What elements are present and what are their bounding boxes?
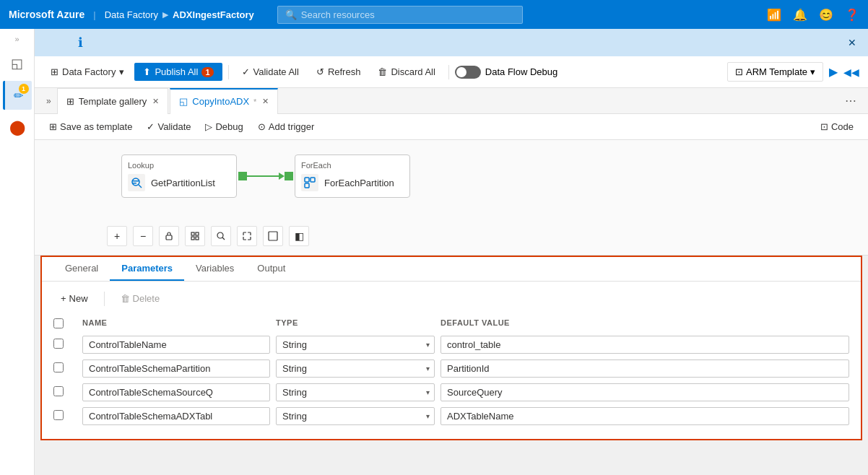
sub-toolbar: ⊞ Save as template ✓ Validate ▷ Debug ⊙ … — [35, 114, 868, 140]
row-3-type-select-wrap: String ▾ — [276, 407, 435, 425]
row-2-default-input[interactable] — [440, 383, 849, 401]
select-all-checkbox[interactable] — [53, 318, 64, 328]
sidebar-expand-icon[interactable]: » — [14, 35, 19, 43]
tab-template-gallery-close[interactable]: ✕ — [152, 97, 159, 106]
search-input[interactable] — [301, 9, 515, 20]
delete-icon: 🗑 — [121, 293, 130, 304]
canvas-expand[interactable] — [237, 226, 257, 246]
tab-variables[interactable]: Variables — [184, 257, 246, 281]
canvas-split[interactable]: ◧ — [289, 226, 309, 246]
canvas-zoom-in[interactable]: + — [107, 226, 127, 246]
data-factory-button[interactable]: ⊞ Data Factory ▾ — [43, 63, 131, 81]
discard-all-button[interactable]: 🗑 Discard All — [370, 63, 442, 81]
help-icon[interactable]: ❓ — [845, 8, 859, 22]
code-button[interactable]: ⊡ Code — [815, 118, 859, 135]
row-2-name-input[interactable] — [82, 383, 270, 401]
publish-all-label: Publish All — [155, 66, 198, 77]
publish-all-button[interactable]: ⬆ Publish All 1 — [134, 63, 222, 81]
row-0-type-select[interactable]: String — [277, 336, 422, 353]
tab-output[interactable]: Output — [246, 257, 297, 281]
svg-rect-6 — [305, 183, 309, 188]
tab-template-gallery[interactable]: ⊞ Template gallery ✕ — [57, 88, 169, 114]
save-as-template-button[interactable]: ⊞ Save as template — [43, 118, 138, 135]
param-row-1: String ▾ — [53, 359, 849, 378]
collapse-icon[interactable]: ◀◀ — [843, 66, 859, 78]
lookup-activity-box[interactable]: Lookup GetPartitionList — [121, 154, 237, 198]
add-trigger-button[interactable]: ⊙ Add trigger — [252, 118, 321, 135]
row-1-type-select-wrap: String ▾ — [276, 359, 435, 378]
row-1-default-input[interactable] — [440, 359, 849, 378]
validate-all-button[interactable]: ✓ Validate All — [235, 63, 306, 81]
canvas-lock[interactable] — [159, 226, 179, 246]
author-icon: ◱ — [11, 56, 23, 71]
arm-template-label: ARM Template — [746, 66, 807, 77]
sidebar-item-monitor[interactable]: ⬤ — [3, 113, 32, 141]
canvas-grid[interactable] — [263, 226, 283, 246]
tab-copy-into-adx-label: CopyIntoADX — [192, 96, 249, 107]
refresh-button[interactable]: ↺ Refresh — [309, 63, 368, 81]
breadcrumb: Data Factory ▶ ADXIngestFactory — [105, 9, 254, 20]
row-3-default-input[interactable] — [440, 407, 849, 425]
new-param-button[interactable]: + New — [53, 290, 95, 307]
delete-param-button[interactable]: 🗑 Delete — [113, 290, 168, 307]
row-2-type-select[interactable]: String — [277, 384, 422, 401]
tab-parameters[interactable]: Parameters — [110, 257, 184, 281]
row-3-select[interactable] — [53, 410, 64, 420]
data-flow-debug-label: Data Flow Debug — [485, 66, 557, 77]
topbar: Microsoft Azure | Data Factory ▶ ADXInge… — [0, 0, 868, 29]
tabs-more-button[interactable]: ⋯ — [839, 94, 862, 108]
canvas-zoom-out[interactable]: − — [133, 226, 153, 246]
canvas-fit[interactable] — [185, 226, 205, 246]
tab-general[interactable]: General — [53, 257, 110, 281]
row-0-name-input[interactable] — [82, 336, 270, 354]
arm-template-button[interactable]: ⊡ ARM Template ▾ — [727, 62, 823, 82]
svg-rect-10 — [191, 237, 194, 240]
run-button[interactable]: ▶ — [829, 65, 838, 79]
validate-button[interactable]: ✓ Validate — [141, 118, 196, 135]
user-icon[interactable]: 😊 — [819, 8, 833, 22]
param-table-header: NAME TYPE DEFAULT VALUE — [53, 315, 849, 336]
tab-copy-into-adx-close[interactable]: ✕ — [262, 97, 269, 106]
publish-badge: 1 — [201, 67, 213, 77]
debug-toggle-switch[interactable] — [455, 66, 481, 79]
row-1-type-select[interactable]: String — [277, 360, 422, 377]
tab-copy-into-adx[interactable]: ◱ CopyIntoADX * ✕ — [170, 88, 278, 114]
row-2-checkbox — [53, 386, 77, 398]
main-content: ℹ ✕ ⊞ Data Factory ▾ ⬆ Publish All 1 ✓ V… — [35, 29, 868, 446]
delete-param-label: Delete — [133, 293, 160, 304]
publish-icon: ⬆ — [143, 66, 151, 77]
debug-label: Debug — [215, 121, 243, 132]
param-actions: + New 🗑 Delete — [53, 290, 849, 307]
sidebar-item-edit[interactable]: ✏ 1 — [3, 81, 32, 110]
svg-rect-3 — [133, 183, 136, 184]
row-3-name-input[interactable] — [82, 407, 270, 425]
topbar-icons: 📶 🔔 😊 ❓ — [767, 8, 859, 22]
sidebar-item-author[interactable]: ◱ — [3, 49, 32, 78]
add-trigger-label: Add trigger — [269, 121, 315, 132]
bell-icon[interactable]: 🔔 — [793, 8, 807, 22]
bottom-panel: General Parameters Variables Output + Ne… — [40, 256, 862, 440]
debug-button[interactable]: ▷ Debug — [199, 118, 248, 135]
foreach-activity-label: ForEachPartition — [324, 178, 394, 188]
canvas-search[interactable] — [211, 226, 231, 246]
row-0-select[interactable] — [53, 339, 64, 349]
foreach-activity-box[interactable]: ForEach ForEachPartition — [295, 154, 410, 198]
row-1-select[interactable] — [53, 362, 64, 372]
connector-arrow — [279, 173, 285, 180]
new-param-label: New — [69, 293, 88, 304]
row-0-default-input[interactable] — [440, 336, 849, 354]
pipeline-canvas-area[interactable]: Lookup GetPartitionList — [35, 140, 868, 256]
svg-rect-9 — [196, 232, 199, 235]
info-close-button[interactable]: ✕ — [848, 37, 856, 48]
row-3-type-select[interactable]: String — [277, 408, 422, 424]
svg-rect-11 — [196, 237, 199, 240]
search-icon: 🔍 — [285, 9, 297, 20]
row-2-select[interactable] — [53, 386, 64, 396]
wifi-icon[interactable]: 📶 — [767, 8, 781, 22]
header-checkbox-col — [53, 318, 77, 330]
foreach-header: ForEach — [301, 161, 404, 170]
row-1-name-input[interactable] — [82, 359, 270, 378]
data-factory-link[interactable]: Data Factory — [105, 9, 158, 20]
param-action-divider — [104, 292, 105, 306]
tabs-expand-button[interactable]: » — [40, 93, 57, 109]
